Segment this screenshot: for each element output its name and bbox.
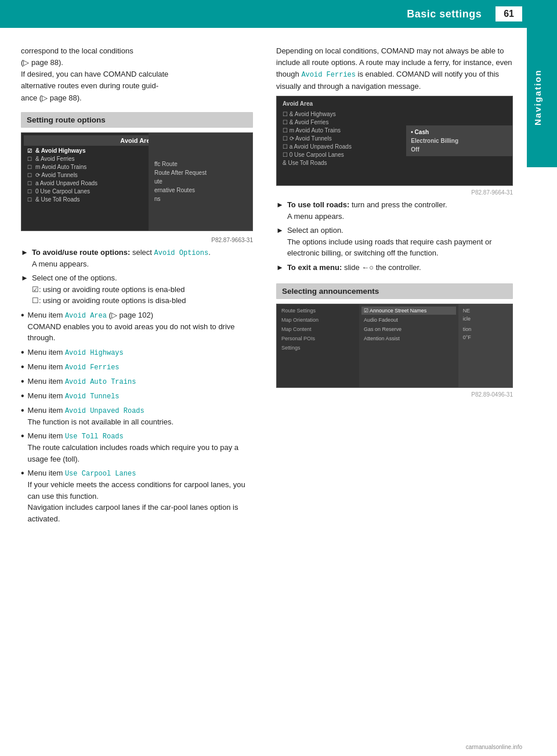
dot-icon-2: •: [21, 347, 24, 358]
right-menu-simulation: Avoid Area ☐ & Avoid Highways ☐ & Avoid …: [277, 96, 418, 185]
page-number: 61: [495, 6, 522, 21]
toll-submenu: • Cash Electronic Billing Off: [406, 125, 512, 156]
r-menu-ferries: ☐ & Avoid Ferries: [279, 118, 416, 126]
r-menu-unpaved: ☐ a Avoid Unpaved Roads: [279, 142, 416, 150]
ann-route-settings: Route Settings: [279, 307, 357, 315]
sub-cash: • Cash: [408, 128, 510, 136]
selecting-announcements-section: Selecting announcements Route Settings M…: [276, 283, 513, 398]
dot-icon-4: •: [21, 376, 24, 387]
r-menu-tunnels: ☐ ⟳ Avoid Tunnels: [279, 134, 416, 142]
ann-r-tion: tion: [461, 325, 510, 333]
bullet-avoid-tunnels: • Menu item Avoid Tunnels: [21, 390, 253, 402]
bullet-r-content-3: To exit a menu: slide ←○ the controller.: [287, 262, 513, 273]
r-menu-autotrains: ☐ m Avoid Auto Trains: [279, 126, 416, 134]
bullet-content-7: Menu item Avoid Tunnels: [28, 390, 253, 402]
right-column: Depending on local conditions, COMAND ma…: [267, 39, 527, 533]
announcements-screenshot: Route Settings Map Orientation Map Conte…: [276, 304, 513, 388]
dot-icon-5: •: [21, 390, 24, 402]
arrow-icon-2: ►: [21, 272, 28, 307]
bullet-select-an-option: ► Select an option. The options include …: [276, 225, 513, 259]
bullet-avoid-use-options: ► To avoid/use route options: select Avo…: [21, 247, 253, 270]
option-route-after-request: Route After Request: [152, 168, 249, 177]
main-content: correspond to the local conditions (▷ pa…: [0, 28, 527, 533]
bullet-avoid-area: • Menu item Avoid Area (▷ page 102) COMA…: [21, 309, 253, 344]
ann-personal-pois: Personal POIs: [279, 334, 357, 343]
r-menu-carpool: ☐ 0 Use Carpool Lanes: [279, 150, 416, 159]
arrow-icon-r2: ►: [276, 225, 284, 259]
bullet-content-8: Menu item Avoid Unpaved Roads The functi…: [28, 405, 253, 428]
dot-icon-8: •: [21, 467, 24, 524]
ann-settings: Settings: [279, 344, 357, 352]
selecting-announcements-header: Selecting announcements: [276, 283, 513, 299]
bullet-content-2: Select one of the options. ☑: using or a…: [32, 272, 253, 307]
header-bar: Basic settings 61: [0, 0, 557, 28]
left-column: correspond to the local conditions (▷ pa…: [0, 39, 267, 533]
option-alternative-routes: ernative Routes: [152, 186, 249, 195]
ann-map-orientation: Map Orientation: [279, 316, 357, 324]
bullet-avoid-highways: • Menu item Avoid Highways: [21, 347, 253, 358]
sub-electronic-billing: Electronic Billing: [408, 136, 510, 145]
bullet-content-10: Menu item Use Carpool Lanes If your vehi…: [28, 467, 253, 524]
bullet-content-6: Menu item Avoid Auto Trains: [28, 376, 253, 387]
ann-r-ne: NE: [461, 307, 510, 315]
right-submenu-options: ffc Route Route After Request ute ernati…: [149, 133, 252, 231]
menu-simulation: Avoid Area ☑& Avoid Highways ☐& Avoid Fe…: [21, 133, 252, 231]
bottom-watermark: carmanualsonline.info: [466, 744, 522, 750]
r-menu-tollroads: & Use Toll Roads: [279, 159, 416, 167]
bullet-to-exit-menu: ► To exit a menu: slide ←○ the controlle…: [276, 262, 513, 273]
screenshot-caption-right: P82.87-9664-31: [276, 189, 513, 196]
bullet-avoid-auto-trains: • Menu item Avoid Auto Trains: [21, 376, 253, 387]
bullet-use-toll-roads: • Menu item Use Toll Roads The route cal…: [21, 430, 253, 465]
bullet-content-5: Menu item Avoid Ferries: [28, 361, 253, 373]
bullet-content-4: Menu item Avoid Highways: [28, 347, 253, 358]
ann-attention-assist: Attention Assist: [361, 334, 456, 343]
ann-screenshot-caption: P82.89-0496-31: [276, 391, 513, 398]
right-menu-avoid-area: Avoid Area: [279, 99, 416, 109]
ann-middle-panel: ☑ Announce Street Names Audio Fadeout Ga…: [359, 304, 458, 387]
ann-left-panel: Route Settings Map Orientation Map Conte…: [277, 304, 359, 387]
arrow-icon-r1: ►: [276, 199, 284, 222]
intro-text-left: correspond to the local conditions (▷ pa…: [21, 45, 253, 104]
option-ute: ute: [152, 177, 249, 186]
ann-right-panel: NE icle tion 0°F: [458, 304, 512, 387]
arrow-icon-r3: ►: [276, 262, 284, 273]
dot-icon-6: •: [21, 405, 24, 428]
bullet-r-content-2: Select an option. The options include us…: [287, 225, 513, 259]
screenshot-caption-left: P82.87-9663-31: [21, 237, 253, 243]
ann-map-content: Map Content: [279, 325, 357, 333]
bullet-r-content-1: To use toll roads: turn and press the co…: [287, 199, 513, 222]
ann-audio-fadeout: Audio Fadeout: [361, 316, 456, 324]
bullet-section-left: ► To avoid/use route options: select Avo…: [21, 247, 253, 525]
dot-icon-3: •: [21, 361, 24, 373]
ann-r-icle: icle: [461, 315, 510, 323]
bullet-content-3: Menu item Avoid Area (▷ page 102) COMAND…: [28, 309, 253, 344]
option-ffc-route: ffc Route: [152, 160, 249, 168]
side-navigation-tab: Navigation: [527, 28, 557, 167]
right-intro-text: Depending on local conditions, COMAND ma…: [276, 45, 513, 92]
ann-r-temp: 0°F: [461, 333, 510, 341]
toll-roads-screenshot: Avoid Area ☐ & Avoid Highways ☐ & Avoid …: [276, 96, 513, 186]
setting-route-options-header: Setting route options: [21, 112, 253, 128]
bullet-to-use-toll-roads: ► To use toll roads: turn and press the …: [276, 199, 513, 222]
sub-off: Off: [408, 145, 510, 154]
dot-icon-7: •: [21, 430, 24, 465]
dot-icon-1: •: [21, 309, 24, 344]
ann-gas-on-reserve: Gas on Reserve: [361, 325, 456, 333]
option-ns: ns: [152, 195, 249, 203]
route-options-screenshot: Avoid Area ☑& Avoid Highways ☐& Avoid Fe…: [21, 132, 253, 231]
bullet-content-1: To avoid/use route options: select Avoid…: [32, 247, 253, 270]
bullet-section-right: ► To use toll roads: turn and press the …: [276, 199, 513, 273]
r-menu-highways: ☐ & Avoid Highways: [279, 110, 416, 118]
arrow-icon-1: ►: [21, 247, 28, 270]
bullet-use-carpool-lanes: • Menu item Use Carpool Lanes If your ve…: [21, 467, 253, 524]
bullet-content-9: Menu item Use Toll Roads The route calcu…: [28, 430, 253, 465]
ann-announce-street-names: ☑ Announce Street Names: [361, 307, 456, 315]
bullet-avoid-ferries: • Menu item Avoid Ferries: [21, 361, 253, 373]
header-title: Basic settings: [407, 8, 482, 20]
bullet-avoid-unpaved: • Menu item Avoid Unpaved Roads The func…: [21, 405, 253, 428]
bullet-select-option: ► Select one of the options. ☑: using or…: [21, 272, 253, 307]
